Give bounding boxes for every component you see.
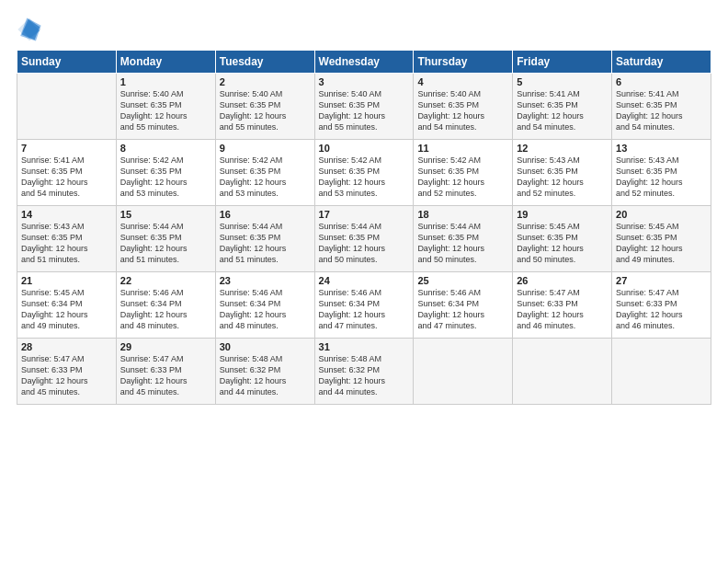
calendar-cell: 25Sunrise: 5:46 AM Sunset: 6:34 PM Dayli…: [414, 272, 513, 339]
day-number: 29: [120, 341, 211, 352]
calendar-cell: 4Sunrise: 5:40 AM Sunset: 6:35 PM Daylig…: [414, 74, 513, 140]
day-info: Sunrise: 5:48 AM Sunset: 6:32 PM Dayligh…: [319, 353, 410, 398]
day-number: 4: [417, 76, 508, 87]
calendar-cell: 9Sunrise: 5:42 AM Sunset: 6:35 PM Daylig…: [215, 140, 314, 206]
week-row-1: 1Sunrise: 5:40 AM Sunset: 6:35 PM Daylig…: [17, 74, 711, 140]
day-number: 7: [21, 143, 112, 154]
header-cell-tuesday: Tuesday: [215, 51, 314, 74]
header-cell-wednesday: Wednesday: [314, 51, 414, 74]
calendar-cell: 5Sunrise: 5:41 AM Sunset: 6:35 PM Daylig…: [513, 74, 612, 140]
calendar-cell: 10Sunrise: 5:42 AM Sunset: 6:35 PM Dayli…: [314, 140, 414, 206]
header-cell-sunday: Sunday: [17, 51, 117, 74]
day-info: Sunrise: 5:42 AM Sunset: 6:35 PM Dayligh…: [220, 155, 311, 200]
day-info: Sunrise: 5:47 AM Sunset: 6:33 PM Dayligh…: [616, 287, 707, 332]
calendar-cell: [612, 339, 711, 405]
day-number: 1: [120, 76, 211, 87]
day-info: Sunrise: 5:47 AM Sunset: 6:33 PM Dayligh…: [21, 353, 112, 398]
header-cell-saturday: Saturday: [612, 51, 711, 74]
day-number: 24: [319, 275, 410, 286]
day-number: 9: [220, 143, 311, 154]
calendar-cell: 12Sunrise: 5:43 AM Sunset: 6:35 PM Dayli…: [513, 140, 612, 206]
day-info: Sunrise: 5:46 AM Sunset: 6:34 PM Dayligh…: [120, 287, 211, 332]
day-number: 6: [616, 76, 707, 87]
calendar-cell: 24Sunrise: 5:46 AM Sunset: 6:34 PM Dayli…: [314, 272, 414, 339]
day-info: Sunrise: 5:45 AM Sunset: 6:35 PM Dayligh…: [517, 221, 608, 266]
calendar-cell: 11Sunrise: 5:42 AM Sunset: 6:35 PM Dayli…: [414, 140, 513, 206]
day-info: Sunrise: 5:44 AM Sunset: 6:35 PM Dayligh…: [319, 221, 410, 266]
day-info: Sunrise: 5:47 AM Sunset: 6:33 PM Dayligh…: [517, 287, 608, 332]
day-number: 31: [319, 341, 410, 352]
day-info: Sunrise: 5:48 AM Sunset: 6:32 PM Dayligh…: [220, 353, 311, 398]
calendar-cell: [513, 339, 612, 405]
calendar-table: SundayMondayTuesdayWednesdayThursdayFrid…: [17, 50, 711, 405]
calendar-body: 1Sunrise: 5:40 AM Sunset: 6:35 PM Daylig…: [17, 74, 711, 405]
header-cell-thursday: Thursday: [414, 51, 513, 74]
day-number: 18: [417, 209, 508, 220]
calendar-cell: 7Sunrise: 5:41 AM Sunset: 6:35 PM Daylig…: [17, 140, 117, 206]
day-number: 30: [220, 341, 311, 352]
day-info: Sunrise: 5:44 AM Sunset: 6:35 PM Dayligh…: [417, 221, 508, 266]
calendar-cell: 26Sunrise: 5:47 AM Sunset: 6:33 PM Dayli…: [513, 272, 612, 339]
day-number: 8: [120, 143, 211, 154]
calendar-cell: 14Sunrise: 5:43 AM Sunset: 6:35 PM Dayli…: [17, 206, 117, 272]
day-number: 14: [21, 209, 112, 220]
day-info: Sunrise: 5:40 AM Sunset: 6:35 PM Dayligh…: [220, 88, 311, 133]
calendar-cell: 1Sunrise: 5:40 AM Sunset: 6:35 PM Daylig…: [116, 74, 215, 140]
day-number: 25: [417, 275, 508, 286]
day-number: 16: [220, 209, 311, 220]
calendar-cell: 30Sunrise: 5:48 AM Sunset: 6:32 PM Dayli…: [215, 339, 314, 405]
calendar-cell: 19Sunrise: 5:45 AM Sunset: 6:35 PM Dayli…: [513, 206, 612, 272]
calendar-header: SundayMondayTuesdayWednesdayThursdayFrid…: [17, 51, 711, 74]
day-number: 11: [417, 143, 508, 154]
calendar-cell: 13Sunrise: 5:43 AM Sunset: 6:35 PM Dayli…: [612, 140, 711, 206]
day-number: 10: [319, 143, 410, 154]
calendar-cell: 6Sunrise: 5:41 AM Sunset: 6:35 PM Daylig…: [612, 74, 711, 140]
day-info: Sunrise: 5:41 AM Sunset: 6:35 PM Dayligh…: [616, 88, 707, 133]
day-info: Sunrise: 5:41 AM Sunset: 6:35 PM Dayligh…: [21, 155, 112, 200]
day-number: 22: [120, 275, 211, 286]
calendar-cell: 22Sunrise: 5:46 AM Sunset: 6:34 PM Dayli…: [116, 272, 215, 339]
day-info: Sunrise: 5:43 AM Sunset: 6:35 PM Dayligh…: [21, 221, 112, 266]
calendar-cell: [17, 74, 117, 140]
day-info: Sunrise: 5:42 AM Sunset: 6:35 PM Dayligh…: [417, 155, 508, 200]
calendar-cell: 20Sunrise: 5:45 AM Sunset: 6:35 PM Dayli…: [612, 206, 711, 272]
day-info: Sunrise: 5:40 AM Sunset: 6:35 PM Dayligh…: [417, 88, 508, 133]
day-number: 2: [220, 76, 311, 87]
calendar-cell: 31Sunrise: 5:48 AM Sunset: 6:32 PM Dayli…: [314, 339, 414, 405]
calendar-cell: 27Sunrise: 5:47 AM Sunset: 6:33 PM Dayli…: [612, 272, 711, 339]
day-info: Sunrise: 5:46 AM Sunset: 6:34 PM Dayligh…: [220, 287, 311, 332]
header-row: SundayMondayTuesdayWednesdayThursdayFrid…: [17, 51, 711, 74]
logo: [17, 17, 46, 42]
week-row-3: 14Sunrise: 5:43 AM Sunset: 6:35 PM Dayli…: [17, 206, 711, 272]
day-number: 17: [319, 209, 410, 220]
day-number: 28: [21, 341, 112, 352]
header-cell-monday: Monday: [116, 51, 215, 74]
day-info: Sunrise: 5:40 AM Sunset: 6:35 PM Dayligh…: [120, 88, 211, 133]
day-info: Sunrise: 5:46 AM Sunset: 6:34 PM Dayligh…: [319, 287, 410, 332]
calendar-cell: 17Sunrise: 5:44 AM Sunset: 6:35 PM Dayli…: [314, 206, 414, 272]
svg-marker-3: [20, 17, 40, 40]
page-header: [17, 17, 711, 42]
day-number: 12: [517, 143, 608, 154]
week-row-4: 21Sunrise: 5:45 AM Sunset: 6:34 PM Dayli…: [17, 272, 711, 339]
calendar-cell: 18Sunrise: 5:44 AM Sunset: 6:35 PM Dayli…: [414, 206, 513, 272]
week-row-2: 7Sunrise: 5:41 AM Sunset: 6:35 PM Daylig…: [17, 140, 711, 206]
calendar-cell: 29Sunrise: 5:47 AM Sunset: 6:33 PM Dayli…: [116, 339, 215, 405]
day-info: Sunrise: 5:42 AM Sunset: 6:35 PM Dayligh…: [319, 155, 410, 200]
header-cell-friday: Friday: [513, 51, 612, 74]
calendar-cell: 3Sunrise: 5:40 AM Sunset: 6:35 PM Daylig…: [314, 74, 414, 140]
calendar-cell: 28Sunrise: 5:47 AM Sunset: 6:33 PM Dayli…: [17, 339, 117, 405]
day-info: Sunrise: 5:41 AM Sunset: 6:35 PM Dayligh…: [517, 88, 608, 133]
day-number: 15: [120, 209, 211, 220]
day-number: 20: [616, 209, 707, 220]
day-number: 27: [616, 275, 707, 286]
calendar-cell: 15Sunrise: 5:44 AM Sunset: 6:35 PM Dayli…: [116, 206, 215, 272]
week-row-5: 28Sunrise: 5:47 AM Sunset: 6:33 PM Dayli…: [17, 339, 711, 405]
day-number: 3: [319, 76, 410, 87]
calendar-cell: 8Sunrise: 5:42 AM Sunset: 6:35 PM Daylig…: [116, 140, 215, 206]
day-number: 13: [616, 143, 707, 154]
logo-icon: [17, 17, 42, 42]
day-info: Sunrise: 5:47 AM Sunset: 6:33 PM Dayligh…: [120, 353, 211, 398]
calendar-cell: [414, 339, 513, 405]
day-info: Sunrise: 5:42 AM Sunset: 6:35 PM Dayligh…: [120, 155, 211, 200]
